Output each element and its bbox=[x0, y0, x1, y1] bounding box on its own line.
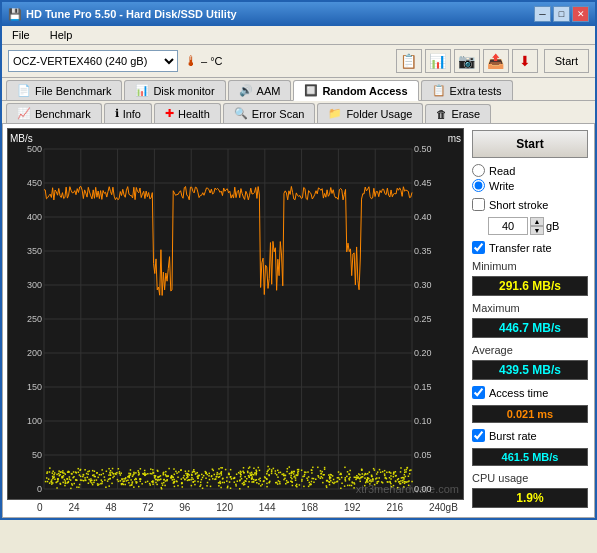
short-stroke-checkbox[interactable] bbox=[472, 198, 485, 211]
burst-rate-text: Burst rate bbox=[489, 430, 537, 442]
x-axis-labels: 0 24 48 72 96 120 144 168 192 216 240gB bbox=[7, 500, 464, 513]
thermometer-icon: 🌡 bbox=[184, 53, 198, 69]
stroke-spinners: ▲ ▼ bbox=[530, 217, 544, 235]
tab-benchmark[interactable]: 📈 Benchmark bbox=[6, 103, 102, 123]
stroke-down-btn[interactable]: ▼ bbox=[530, 226, 544, 235]
access-time-label[interactable]: Access time bbox=[472, 386, 588, 399]
tab-folder-usage[interactable]: 📁 Folder Usage bbox=[317, 103, 423, 123]
cpu-label: CPU usage bbox=[472, 472, 588, 484]
file-benchmark-icon: 📄 bbox=[17, 84, 31, 97]
short-stroke-text: Short stroke bbox=[489, 199, 548, 211]
access-time-checkbox[interactable] bbox=[472, 386, 485, 399]
app-icon: 💾 bbox=[8, 8, 22, 21]
avg-stat: Average 439.5 MB/s bbox=[472, 344, 588, 380]
exit-button[interactable]: Start bbox=[544, 49, 589, 73]
tab-erase[interactable]: 🗑 Erase bbox=[425, 104, 491, 123]
transfer-rate-text: Transfer rate bbox=[489, 242, 552, 254]
max-value: 446.7 MB/s bbox=[472, 318, 588, 338]
title-bar: 💾 HD Tune Pro 5.50 - Hard Disk/SSD Utili… bbox=[2, 2, 595, 26]
stroke-unit: gB bbox=[546, 220, 559, 232]
tab-error-scan[interactable]: 🔍 Error Scan bbox=[223, 103, 316, 123]
tab-random-access[interactable]: 🔲 Random Access bbox=[293, 80, 418, 101]
error-scan-icon: 🔍 bbox=[234, 107, 248, 120]
read-write-group: Read Write bbox=[472, 164, 588, 192]
tab-extra-tests[interactable]: 📋 Extra tests bbox=[421, 80, 513, 100]
random-access-icon: 🔲 bbox=[304, 84, 318, 97]
toolbar-btn-3[interactable]: 📷 bbox=[454, 49, 480, 73]
toolbar-btn-4[interactable]: 📤 bbox=[483, 49, 509, 73]
main-content: MB/s ms xtr3mehardware.com 0 24 48 72 96… bbox=[2, 124, 595, 518]
read-radio-label[interactable]: Read bbox=[472, 164, 588, 177]
chart-area: MB/s ms xtr3mehardware.com bbox=[7, 128, 464, 500]
burst-rate-label[interactable]: Burst rate bbox=[472, 429, 588, 442]
avg-label: Average bbox=[472, 344, 588, 356]
burst-rate-checkbox[interactable] bbox=[472, 429, 485, 442]
start-button[interactable]: Start bbox=[472, 130, 588, 158]
toolbar-btn-2[interactable]: 📊 bbox=[425, 49, 451, 73]
max-label: Maximum bbox=[472, 302, 588, 314]
short-stroke-label[interactable]: Short stroke bbox=[472, 198, 588, 211]
tab-disk-monitor[interactable]: 📊 Disk monitor bbox=[124, 80, 225, 100]
read-label: Read bbox=[489, 165, 515, 177]
cpu-stat: CPU usage 1.9% bbox=[472, 472, 588, 508]
drive-select[interactable]: OCZ-VERTEX460 (240 gB) bbox=[8, 50, 178, 72]
write-radio-label[interactable]: Write bbox=[472, 179, 588, 192]
toolbar: OCZ-VERTEX460 (240 gB) 🌡 – °C 📋 📊 📷 📤 ⬇ … bbox=[2, 45, 595, 78]
tab-info[interactable]: ℹ Info bbox=[104, 103, 152, 123]
y-axis-label-left: MB/s bbox=[10, 133, 33, 144]
min-value: 291.6 MB/s bbox=[472, 276, 588, 296]
tab-aam[interactable]: 🔊 AAM bbox=[228, 80, 292, 100]
erase-icon: 🗑 bbox=[436, 108, 447, 120]
minimize-button[interactable]: ─ bbox=[534, 6, 551, 22]
burst-rate-value: 461.5 MB/s bbox=[472, 448, 588, 466]
tab-file-benchmark[interactable]: 📄 File Benchmark bbox=[6, 80, 122, 100]
min-stat: Minimum 291.6 MB/s bbox=[472, 260, 588, 296]
access-time-text: Access time bbox=[489, 387, 548, 399]
menu-bar: File Help bbox=[2, 26, 595, 45]
transfer-rate-label[interactable]: Transfer rate bbox=[472, 241, 588, 254]
access-time-value: 0.021 ms bbox=[472, 405, 588, 423]
menu-file[interactable]: File bbox=[8, 28, 34, 42]
benchmark-icon: 📈 bbox=[17, 107, 31, 120]
toolbar-btn-1[interactable]: 📋 bbox=[396, 49, 422, 73]
cpu-value: 1.9% bbox=[472, 488, 588, 508]
toolbar-btn-5[interactable]: ⬇ bbox=[512, 49, 538, 73]
write-radio[interactable] bbox=[472, 179, 485, 192]
read-radio[interactable] bbox=[472, 164, 485, 177]
stroke-value-input[interactable] bbox=[488, 217, 528, 235]
tab-row-2: 📈 Benchmark ℹ Info ✚ Health 🔍 Error Scan… bbox=[2, 101, 595, 124]
y-axis-label-right: ms bbox=[448, 133, 461, 144]
aam-icon: 🔊 bbox=[239, 84, 253, 97]
stroke-up-btn[interactable]: ▲ bbox=[530, 217, 544, 226]
extra-tests-icon: 📋 bbox=[432, 84, 446, 97]
avg-value: 439.5 MB/s bbox=[472, 360, 588, 380]
temp-value: – °C bbox=[201, 55, 223, 67]
folder-usage-icon: 📁 bbox=[328, 107, 342, 120]
tab-health[interactable]: ✚ Health bbox=[154, 103, 221, 123]
disk-monitor-icon: 📊 bbox=[135, 84, 149, 97]
right-panel: Start Read Write Short stroke ▲ bbox=[470, 128, 590, 513]
maximize-button[interactable]: □ bbox=[553, 6, 570, 22]
max-stat: Maximum 446.7 MB/s bbox=[472, 302, 588, 338]
close-button[interactable]: ✕ bbox=[572, 6, 589, 22]
menu-help[interactable]: Help bbox=[46, 28, 77, 42]
window-title: HD Tune Pro 5.50 - Hard Disk/SSD Utility bbox=[26, 8, 237, 20]
tab-row-1: 📄 File Benchmark 📊 Disk monitor 🔊 AAM 🔲 … bbox=[2, 78, 595, 101]
info-icon: ℹ bbox=[115, 107, 119, 120]
transfer-rate-checkbox[interactable] bbox=[472, 241, 485, 254]
min-label: Minimum bbox=[472, 260, 588, 272]
stroke-input-row: ▲ ▼ gB bbox=[472, 217, 588, 235]
write-label: Write bbox=[489, 180, 514, 192]
health-icon: ✚ bbox=[165, 107, 174, 120]
